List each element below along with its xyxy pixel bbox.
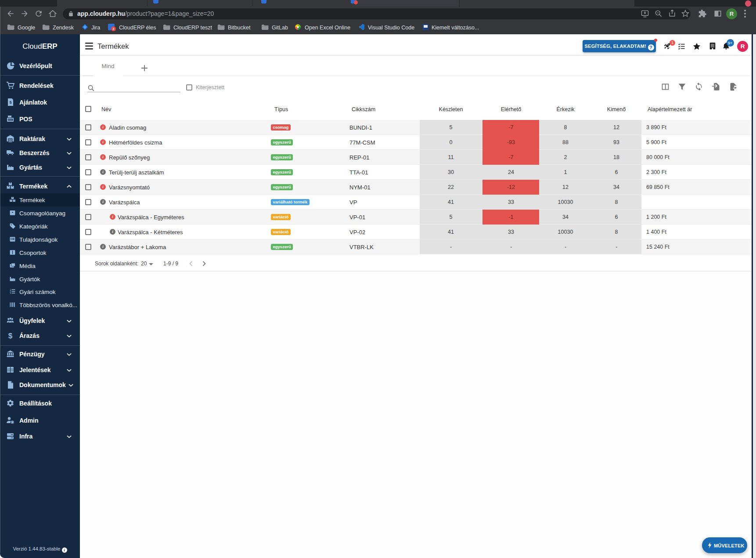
- svg-text:3: 3: [10, 292, 11, 294]
- svg-text:$: $: [9, 100, 11, 105]
- svg-text:$: $: [8, 332, 13, 340]
